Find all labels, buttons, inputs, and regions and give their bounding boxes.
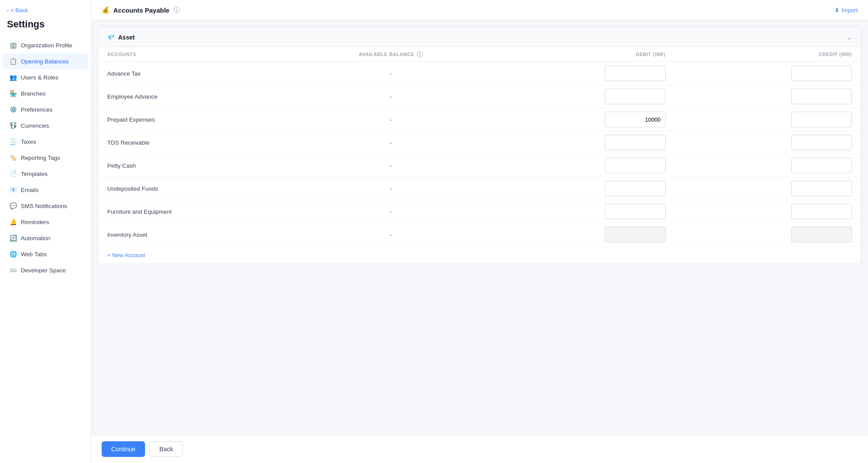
asset-icon: 💎 [107,34,115,41]
credit-cell-6 [674,200,861,223]
web-tabs-label: Web Tabs [21,251,47,258]
accounts-table: ACCOUNTS AVAILABLE BALANCE i DEBIT (INR)… [99,47,861,246]
sidebar-item-web-tabs[interactable]: 🌐Web Tabs [3,246,88,262]
accounts-payable-icon: 💰 [102,6,110,14]
debit-cell-5 [488,177,674,200]
credit-input-3[interactable] [791,135,852,150]
developer-space-icon: ⌨️ [10,267,17,274]
sidebar-item-users-roles[interactable]: 👥Users & Roles [3,69,88,85]
col-accounts: ACCOUNTS [99,47,294,62]
account-name-4: Petty Cash [99,154,294,177]
table-row: Prepaid Expenses- [99,108,861,131]
table-container: 💎 Asset ⌄ ACCOUNTS AVAILABLE BALANCE i D… [98,27,861,264]
debit-input-2[interactable] [605,112,666,127]
debit-input-1[interactable] [605,89,666,104]
sidebar-item-currencies[interactable]: 💱Currencies [3,118,88,133]
reporting-tags-label: Reporting Tags [21,155,60,161]
sidebar-item-organization-profile[interactable]: 🏢Organization Profile [3,37,88,53]
organization-profile-label: Organization Profile [21,42,73,49]
debit-cell-1 [488,85,674,108]
sidebar-item-preferences[interactable]: ⚙️Preferences [3,102,88,117]
sidebar-item-sms-notifications[interactable]: 💬SMS Notifications [3,198,88,214]
sidebar-item-reminders[interactable]: 🔔Reminders [3,214,88,230]
account-balance-1: - [294,85,488,108]
reminders-icon: 🔔 [10,218,17,225]
new-account-button[interactable]: + New Account [107,252,145,258]
continue-button[interactable]: Continue [102,441,145,457]
account-balance-7: - [294,223,488,246]
developer-space-label: Developer Space [21,267,66,274]
taxes-label: Taxes [21,139,36,145]
sidebar-item-automation[interactable]: 🔄Automation [3,230,88,246]
debit-cell-3 [488,131,674,154]
sidebar-item-emails[interactable]: 📧Emails [3,182,88,198]
asset-title-area: 💎 Asset [107,34,135,41]
sidebar-item-opening-balances[interactable]: 📋Opening Balances [3,53,88,69]
col-credit: CREDIT (INR) [674,47,861,62]
info-icon[interactable]: i [174,7,180,13]
account-balance-2: - [294,108,488,131]
account-balance-5: - [294,177,488,200]
debit-input-0[interactable] [605,66,666,81]
section-title-area: 💰 Accounts Payable i [102,6,180,14]
footer-back-button[interactable]: Back [149,441,183,457]
web-tabs-icon: 🌐 [10,251,17,258]
credit-cell-1 [674,85,861,108]
content-area: 💰 Accounts Payable i ⬇ Import 💎 Asset ⌄ [91,0,868,435]
chevron-down-icon[interactable]: ⌄ [846,33,852,41]
debit-input-7[interactable] [605,227,666,242]
emails-icon: 📧 [10,186,17,193]
debit-input-5[interactable] [605,181,666,196]
debit-input-3[interactable] [605,135,666,150]
automation-icon: 🔄 [10,235,17,241]
debit-input-6[interactable] [605,204,666,219]
credit-input-4[interactable] [791,158,852,173]
credit-input-5[interactable] [791,181,852,196]
account-name-1: Employee Advance [99,85,294,108]
section-title: Accounts Payable [113,7,169,14]
credit-input-6[interactable] [791,204,852,219]
table-row: Furniture and Equipment- [99,200,861,223]
credit-cell-0 [674,62,861,85]
templates-icon: 📄 [10,170,17,177]
table-row: Petty Cash- [99,154,861,177]
debit-cell-0 [488,62,674,85]
preferences-label: Preferences [21,106,53,113]
templates-label: Templates [21,171,48,177]
account-name-6: Furniture and Equipment [99,200,294,223]
account-balance-4: - [294,154,488,177]
asset-title: Asset [118,34,135,41]
credit-input-1[interactable] [791,89,852,104]
automation-label: Automation [21,235,50,241]
sidebar-item-branches[interactable]: 🏪Branches [3,86,88,101]
balance-info-icon[interactable]: i [417,51,423,57]
sidebar-item-reporting-tags[interactable]: 🏷️Reporting Tags [3,150,88,165]
debit-input-4[interactable] [605,158,666,173]
sidebar: ‹ < Back Settings 🏢Organization Profile📋… [0,0,91,463]
credit-input-2[interactable] [791,112,852,127]
credit-input-0[interactable] [791,66,852,81]
sidebar-item-templates[interactable]: 📄Templates [3,166,88,182]
account-name-7: Inventory Asset [99,223,294,246]
sms-notifications-label: SMS Notifications [21,203,67,209]
back-icon: ‹ [7,7,9,13]
credit-input-7[interactable] [791,227,852,242]
table-row: Advance Tax- [99,62,861,85]
new-account-area: + New Account [99,246,861,264]
footer: Continue Back [91,435,868,463]
sms-notifications-icon: 💬 [10,202,17,209]
import-icon: ⬇ [835,7,839,13]
main-content: 💰 Accounts Payable i ⬇ Import 💎 Asset ⌄ [91,0,868,463]
sidebar-item-taxes[interactable]: 🧾Taxes [3,134,88,149]
account-balance-6: - [294,200,488,223]
account-name-3: TDS Receivable [99,131,294,154]
users-roles-icon: 👥 [10,74,17,81]
credit-cell-4 [674,154,861,177]
import-button[interactable]: ⬇ Import [835,7,858,13]
table-row: Undeposited Funds- [99,177,861,200]
back-button[interactable]: ‹ < Back [0,0,91,17]
account-balance-0: - [294,62,488,85]
taxes-icon: 🧾 [10,138,17,145]
reminders-label: Reminders [21,219,49,225]
sidebar-item-developer-space[interactable]: ⌨️Developer Space [3,262,88,278]
